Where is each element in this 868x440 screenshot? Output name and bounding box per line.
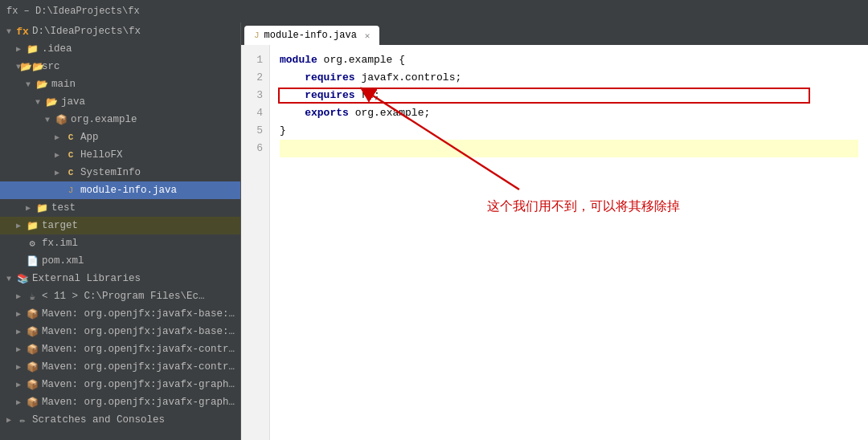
tree-item-idea[interactable]: .idea [0,40,240,58]
tree-item-java[interactable]: 📂 java [0,93,240,111]
code-line-3: requires rt; [280,87,858,104]
tree-label-maven5: Maven: org.openjfx:javafx-graphics:13 [42,379,240,390]
tree-label-module-info: module-info.java [80,185,177,196]
line-num-6: 6 [248,140,263,157]
line-num-2: 2 [248,69,263,87]
toolbar-title: fx – D:\IdeaProjects\fx [6,6,140,17]
tree-label-maven6: Maven: org.openjfx:javafx-graphics:win:1… [42,397,240,408]
tree-item-org-example[interactable]: 📦 org.example [0,111,240,128]
java-icon-module-info: J [64,184,77,197]
tree-item-target[interactable]: 📁 target [0,217,240,234]
tree-label-fx: D:\IdeaProjects\fx [32,26,141,37]
tree-item-module-info[interactable]: J module-info.java [0,181,240,199]
tree-item-maven3[interactable]: 📦 Maven: org.openjfx:javafx-controls:13 [0,340,240,358]
tree-item-src[interactable]: 📂 src [0,58,240,75]
close-icon-tab[interactable]: ✕ [365,31,371,41]
arrow-app [55,132,64,142]
code-line-6 [280,140,858,157]
arrow-systeminfo [55,168,64,177]
maven-icon-5: 📦 [26,378,39,391]
arrow-maven4 [16,362,26,372]
tree-label-hellofx: HelloFX [80,149,123,161]
arrow-maven5 [16,380,26,389]
maven-icon-3: 📦 [26,343,39,356]
code-line-1: module org.example { [280,51,858,69]
tree-label-ext-libs: External Libraries [32,273,141,284]
tree-item-fx[interactable]: fx D:\IdeaProjects\fx [0,22,240,40]
tree-label-maven4: Maven: org.openjfx:javafx-controls:win:1… [42,361,240,373]
arrow-jdk11 [16,291,26,301]
maven-icon-1: 📦 [26,308,39,320]
maven-icon-4: 📦 [26,361,39,373]
xml-icon: 📄 [26,255,39,267]
line-num-4: 4 [248,104,263,122]
tree-item-maven4[interactable]: 📦 Maven: org.openjfx:javafx-controls:win… [0,358,240,376]
code-line-4: exports org.example; [280,104,858,122]
arrow-hellofx [55,150,64,160]
tree-item-maven2[interactable]: 📦 Maven: org.openjfx:javafx-base:win:13 [0,323,240,340]
class-icon-hellofx: C [64,149,77,161]
folder-icon-main: 📂 [35,78,48,91]
folder-icon-src: 📂 [26,60,39,73]
arrow-java [35,98,45,107]
tree-label-maven3: Maven: org.openjfx:javafx-controls:13 [42,344,240,355]
code-area: 1 2 3 4 5 6 module org.example { require… [241,45,868,440]
arrow-test [26,203,35,213]
project-tree[interactable]: fx D:\IdeaProjects\fx .idea 📂 src 📂 main… [0,22,241,440]
arrow-scratches [6,415,16,425]
folder-icon-idea [26,43,39,55]
tree-item-fximl[interactable]: ⚙ fx.iml [0,234,240,252]
mod-rt: rt; [361,87,379,104]
arrow-ext-libs [6,275,16,283]
kw-exports: exports [305,104,354,122]
tree-label-jdk11: < 11 > C:\Program Files\Eclipse Adoptium… [42,291,211,302]
folder-icon-target: 📁 [26,219,39,232]
tree-item-app[interactable]: C App [0,128,240,146]
main-area: fx D:\IdeaProjects\fx .idea 📂 src 📂 main… [0,22,868,440]
code-content[interactable]: module org.example { requires javafx.con… [270,45,868,440]
tree-label-src: src [42,61,60,72]
tree-label-app: App [80,132,99,143]
closing-brace: } [280,122,286,140]
mod-name-1: org.example { [324,51,405,69]
kw-requires-3: requires [305,87,361,104]
tree-item-maven5[interactable]: 📦 Maven: org.openjfx:javafx-graphics:13 [0,376,240,393]
tree-label-fximl: fx.iml [42,238,78,249]
tree-label-org-example: org.example [71,114,137,125]
tree-item-hellofx[interactable]: C HelloFX [0,146,240,164]
tree-label-pomxml: pom.xml [42,255,84,267]
arrow-org-example [45,116,55,124]
tree-item-maven6[interactable]: 📦 Maven: org.openjfx:javafx-graphics:win… [0,393,240,411]
tree-item-scratches[interactable]: ✏ Scratches and Consoles [0,411,240,429]
tree-label-main: main [51,79,76,90]
arrow-target [16,221,26,230]
arrow-maven3 [16,344,26,354]
tree-item-ext-libs[interactable]: 📚 External Libraries [0,270,240,287]
arrow-idea [16,44,26,54]
folder-icon-java: 📂 [45,96,58,108]
tree-item-maven1[interactable]: 📦 Maven: org.openjfx:javafx-base:13 [0,305,240,323]
line-num-1: 1 [248,51,263,69]
tab-module-info[interactable]: J module-info.java ✕ [244,26,379,45]
editor-area: J module-info.java ✕ 1 2 3 4 5 6 module … [241,22,868,440]
tree-label-java: java [61,96,85,108]
arrow-maven1 [16,309,26,319]
arrow-main [26,80,35,89]
class-icon-app: C [64,131,77,144]
iml-icon: ⚙ [26,237,39,250]
tree-label-maven1: Maven: org.openjfx:javafx-base:13 [42,308,240,320]
maven-icon-6: 📦 [26,396,39,409]
jdk-icon: ☕ [26,290,39,303]
tree-item-main[interactable]: 📂 main [0,75,240,93]
tree-item-jdk11[interactable]: ☕ < 11 > C:\Program Files\Eclipse Adopti… [0,287,240,305]
tree-item-pomxml[interactable]: 📄 pom.xml [0,252,240,270]
tree-label-test: test [51,202,76,214]
maven-icon-2: 📦 [26,325,39,338]
tree-label-scratches: Scratches and Consoles [32,414,165,426]
tree-item-systeminfo[interactable]: C SystemInfo [0,164,240,181]
kw-requires-2: requires [305,69,361,87]
tree-item-test[interactable]: 📁 test [0,199,240,217]
pkg-icon-org-example: 📦 [55,113,68,126]
mod-javafx: javafx.controls; [361,69,461,87]
tab-icon-module-info: J [254,31,260,40]
